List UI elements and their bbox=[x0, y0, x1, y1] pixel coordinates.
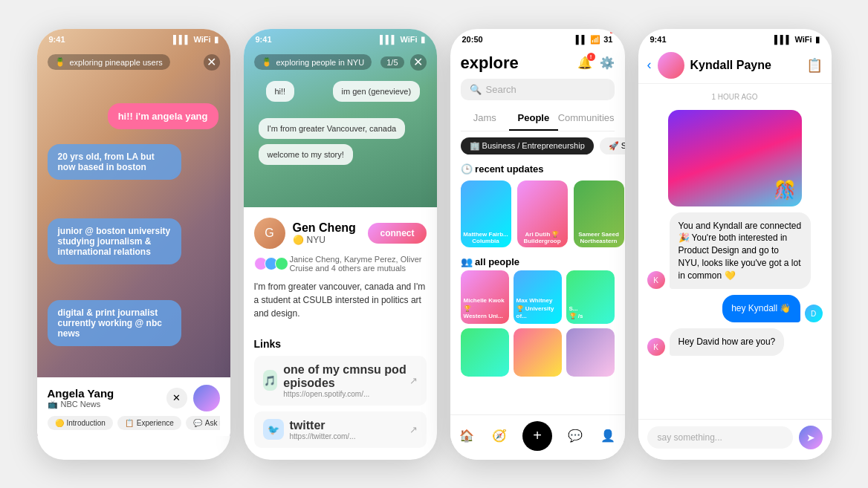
notif-badge: 31 bbox=[603, 35, 612, 44]
bottom-nav: 🏠 🧭 + 💬 👤 bbox=[450, 414, 625, 460]
confetti-icon: 🎊 bbox=[774, 180, 796, 201]
profile-details: Gen Cheng 🟡NYU bbox=[293, 221, 356, 245]
person-label-2: Max Whitney🏆 University of... bbox=[516, 297, 559, 320]
user-avatar-mini: D bbox=[805, 305, 823, 322]
update-card-1[interactable]: Matthew Fairb...Columbia bbox=[461, 180, 511, 247]
recent-updates-title: 🕒 recent updates bbox=[450, 160, 625, 178]
match-button[interactable] bbox=[193, 385, 220, 411]
phone1-header-label: exploring pineapple users bbox=[70, 58, 163, 67]
tab-people[interactable]: People bbox=[509, 106, 558, 131]
chat-action-icon[interactable]: 📋 bbox=[806, 57, 823, 74]
people-row-2 bbox=[450, 324, 625, 377]
explore-title: explore bbox=[461, 53, 519, 73]
filter-row: 🏢 Business / Entrepreneurship 🚀 Startups bbox=[450, 131, 625, 160]
time-2: 9:41 bbox=[256, 35, 272, 44]
person-card-extra-2[interactable] bbox=[514, 328, 562, 377]
update-card-3[interactable]: Sameer SaeedNortheastern bbox=[574, 180, 624, 247]
update-label-1: Matthew Fairb...Columbia bbox=[461, 231, 511, 244]
nav-explore[interactable]: 🧭 bbox=[490, 426, 509, 446]
phone-gen-cheng: 9:41 ▌▌▌ WiFi ▮ 🍍 exploring people in NY… bbox=[244, 29, 437, 460]
person-card-extra-3[interactable] bbox=[566, 328, 615, 377]
link-arrow-1: ↗ bbox=[409, 375, 418, 386]
search-bar[interactable]: 🔍 Search bbox=[461, 79, 615, 100]
wifi-icon-2: WiFi bbox=[400, 35, 417, 44]
filter-business[interactable]: 🏢 Business / Entrepreneurship bbox=[461, 137, 594, 154]
profile-name: Gen Cheng bbox=[293, 221, 356, 235]
close-button-2[interactable]: ✕ bbox=[410, 54, 427, 71]
nav-plus[interactable]: + bbox=[522, 421, 552, 451]
back-button[interactable]: ‹ bbox=[647, 57, 652, 73]
person-label-1: Michelle Kwok 🏆Western Uni... bbox=[464, 297, 506, 320]
story-bubble-4: welcome to my story! bbox=[259, 144, 353, 165]
update-card-2[interactable]: Ari Dutih 🏆Buildergroop bbox=[517, 180, 568, 247]
person-card-s[interactable]: S...🏆 /s bbox=[566, 270, 615, 324]
company-icon: 📺 bbox=[48, 400, 58, 409]
phone1-footer: Angela Yang 📺 NBC News ✕ 🟡Introduction bbox=[37, 377, 230, 436]
profile-school: 🟡NYU bbox=[293, 235, 356, 245]
tab-communities[interactable]: Communities bbox=[558, 106, 615, 131]
mutual-avatar-3 bbox=[275, 257, 288, 270]
all-people-title: 👥 all people bbox=[450, 253, 625, 270]
profile-card: G Gen Cheng 🟡NYU connect bbox=[244, 207, 437, 338]
status-icons-4: ▌▌▌ WiFi ▮ bbox=[774, 35, 820, 45]
battery-badge bbox=[610, 32, 616, 33]
phone2-top-image: 🍍 exploring people in NYU 1/5 ✕ hi!! im … bbox=[244, 29, 437, 207]
wifi-icon-4: WiFi bbox=[794, 35, 812, 44]
system-message: You and Kyndall are connected 🎉 You're b… bbox=[670, 212, 811, 290]
battery-icon: ▮ bbox=[214, 35, 218, 45]
filter-startups[interactable]: 🚀 Startups bbox=[600, 137, 625, 154]
settings-icon[interactable]: ⚙️ bbox=[600, 56, 615, 70]
received-message-row: K You and Kyndall are connected 🎉 You're… bbox=[647, 212, 823, 290]
explore-header-icons: 🔔 ! ⚙️ bbox=[577, 56, 615, 70]
links-title: Links bbox=[254, 338, 427, 350]
chat-timestamp: 1 HOUR AGO bbox=[647, 93, 823, 101]
shared-image-container: 🎊 bbox=[647, 110, 823, 206]
tag-experience[interactable]: 📋Experience bbox=[117, 416, 181, 430]
tag-ask[interactable]: 💬Ask me abou... bbox=[186, 416, 220, 430]
phone-angela-yang: 9:41 ▌▌▌ WiFi ▮ 🍍 exploring pineapple us… bbox=[37, 29, 230, 460]
story-header: 🍍 exploring people in NYU 1/5 ✕ bbox=[244, 50, 437, 75]
chat-contact-name: Kyndall Payne bbox=[690, 59, 800, 72]
profile-info: G Gen Cheng 🟡NYU bbox=[254, 218, 356, 249]
nav-profile[interactable]: 👤 bbox=[598, 426, 618, 446]
send-button[interactable]: ➤ bbox=[799, 426, 823, 449]
link-item-2[interactable]: 🐦 twitter https://twitter.com/... ↗ bbox=[254, 411, 427, 448]
shared-image: 🎊 bbox=[668, 110, 802, 206]
status-bar-1: 9:41 ▌▌▌ WiFi ▮ bbox=[37, 29, 230, 48]
phone-explore: 20:50 ▌▌ 📶 31 explore 🔔 ! ⚙️ 🔍 bbox=[450, 29, 625, 460]
bubble-job: digital & print journalist currently wor… bbox=[48, 300, 181, 346]
dismiss-button[interactable]: ✕ bbox=[166, 388, 187, 409]
all-people-grid: Michelle Kwok 🏆Western Uni... Max Whitne… bbox=[450, 270, 625, 324]
person-card-michelle[interactable]: Michelle Kwok 🏆Western Uni... bbox=[461, 270, 509, 324]
spotify-icon: 🎵 bbox=[263, 370, 278, 391]
time-3: 20:50 bbox=[462, 35, 483, 44]
tag-intro[interactable]: 🟡Introduction bbox=[48, 416, 113, 430]
notif-count: ! bbox=[587, 53, 595, 61]
bio-text: I'm from greater vancouver, canada and I… bbox=[254, 280, 427, 320]
chat-header: ‹ Kyndall Payne 📋 bbox=[638, 48, 832, 84]
status-bar-2: 9:41 ▌▌▌ WiFi ▮ bbox=[244, 29, 437, 48]
link-item-1[interactable]: 🎵 one of my cmnsu pod episodes https://o… bbox=[254, 356, 427, 406]
nav-home[interactable]: 🏠 bbox=[457, 426, 476, 446]
wifi-icon: WiFi bbox=[193, 35, 210, 44]
status-bar-3: 20:50 ▌▌ 📶 31 bbox=[450, 29, 625, 48]
notification-icon[interactable]: 🔔 ! bbox=[577, 56, 592, 70]
bubble-location: 20 yrs old, from LA but now based in bos… bbox=[48, 144, 181, 180]
phone1-header-left: 🍍 exploring pineapple users bbox=[48, 54, 170, 70]
sender-avatar-mini-2: K bbox=[647, 338, 665, 356]
twitter-icon: 🐦 bbox=[263, 419, 284, 440]
nav-messages[interactable]: 💬 bbox=[566, 426, 585, 446]
chat-input-row: say something... ➤ bbox=[638, 419, 832, 460]
signal-icon-2: ▌▌▌ bbox=[380, 35, 397, 44]
tab-jams[interactable]: Jams bbox=[461, 106, 510, 131]
close-button-1[interactable]: ✕ bbox=[204, 54, 220, 71]
user-info: Angela Yang 📺 NBC News bbox=[48, 387, 114, 409]
story-bubble-2: im gen (genevieve) bbox=[333, 81, 421, 102]
image-inner: 🎊 bbox=[668, 110, 802, 206]
person-card-max[interactable]: Max Whitney🏆 University of... bbox=[514, 270, 562, 324]
signal-icon: ▌▌▌ bbox=[173, 35, 190, 44]
chat-input[interactable]: say something... bbox=[647, 426, 793, 449]
connect-button[interactable]: connect bbox=[368, 223, 426, 244]
person-card-extra-1[interactable] bbox=[461, 328, 509, 377]
link-left-2: 🐦 twitter https://twitter.com/... bbox=[263, 419, 356, 440]
